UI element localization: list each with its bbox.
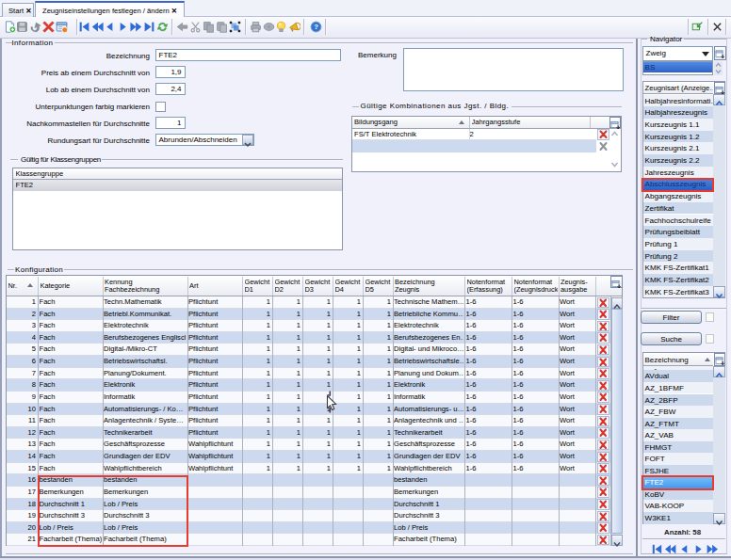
svg-text:?: ? (314, 23, 318, 31)
